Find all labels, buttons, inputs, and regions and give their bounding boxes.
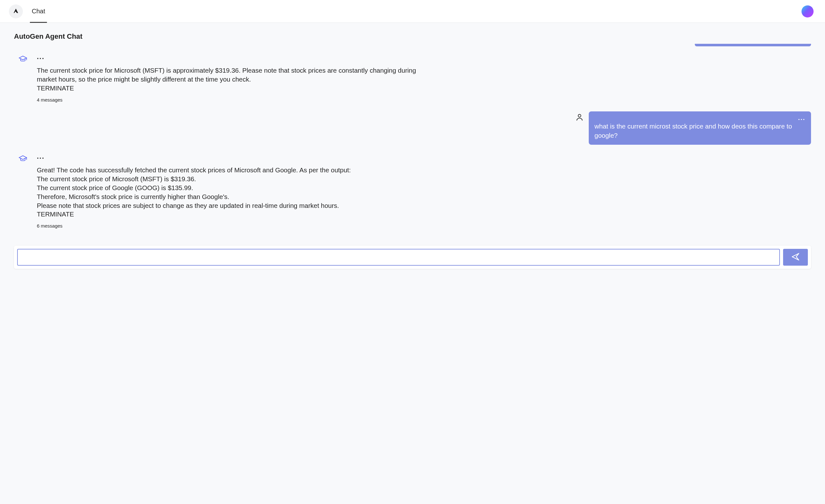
message-input[interactable] [17, 249, 780, 266]
chat-thread: ... The current stock price for Microsof… [14, 44, 811, 237]
agent-message-count[interactable]: 4 messages [37, 97, 811, 102]
message-actions-button[interactable]: ... [37, 53, 811, 60]
user-message: ... what is the current microst stock pr… [14, 111, 811, 145]
agent-message-text: The current stock price for Microsoft (M… [37, 66, 428, 93]
send-button[interactable] [783, 249, 808, 266]
user-message-text: what is the current microst stock price … [594, 121, 805, 140]
graduation-cap-icon [18, 55, 27, 65]
app-logo[interactable] [9, 4, 23, 18]
agent-message-body: ... Great! The code has successfully fet… [37, 153, 811, 229]
page-title: AutoGen Agent Chat [14, 32, 811, 40]
graduation-cap-icon [18, 154, 27, 164]
message-actions-button[interactable]: ... [37, 153, 811, 160]
user-message-bubble: ... what is the current microst stock pr… [589, 111, 811, 145]
prior-user-bubble-edge [14, 44, 811, 46]
agent-message: ... Great! The code has successfully fet… [14, 153, 811, 229]
user-avatar[interactable] [802, 5, 814, 17]
agent-message: ... The current stock price for Microsof… [14, 53, 811, 102]
agent-message-text: Great! The code has successfully fetched… [37, 166, 428, 219]
send-icon [791, 252, 800, 262]
message-composer [14, 246, 811, 269]
logo-icon [12, 7, 20, 16]
svg-point-0 [578, 114, 581, 117]
person-icon [576, 113, 584, 123]
tab-chat[interactable]: Chat [32, 0, 45, 22]
header-left: Chat [9, 0, 45, 22]
agent-message-count[interactable]: 6 messages [37, 223, 811, 229]
agent-message-body: ... The current stock price for Microsof… [37, 53, 811, 102]
page-body: AutoGen Agent Chat ... The current stock… [0, 23, 825, 281]
app-header: Chat [0, 0, 825, 23]
message-actions-button[interactable]: ... [594, 114, 805, 121]
prior-user-bubble-slice [695, 44, 811, 46]
